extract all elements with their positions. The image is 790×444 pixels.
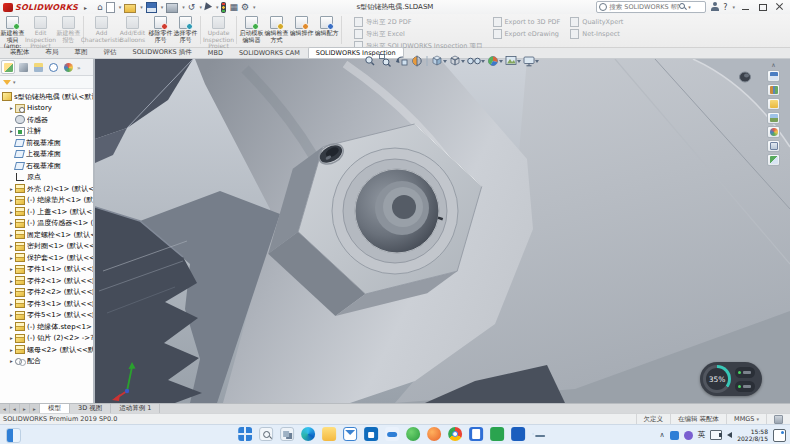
store-icon[interactable]: [364, 427, 378, 441]
export-2d-pdf[interactable]: 导出至 2D PDF: [354, 17, 483, 27]
ribbon-new-inspection-project[interactable]: 新建检查项目 (amp:纸): [0, 15, 25, 50]
units-selector[interactable]: MMGS▾: [726, 414, 766, 424]
task-pane-file-explorer[interactable]: [767, 98, 780, 110]
tab-display-manager[interactable]: [61, 60, 75, 74]
ribbon-edit-inspection-project[interactable]: Edit Inspection Project: [25, 15, 56, 50]
tree-item-front-plane[interactable]: 前视基准面: [2, 137, 93, 149]
undo-dropdown[interactable]: ▾: [199, 4, 202, 10]
tree-item-component[interactable]: ▸零件5<1> (默认<<默认>_显示状: [2, 310, 93, 322]
wps-icon[interactable]: [490, 427, 504, 441]
tree-item-right-plane[interactable]: 右视基准面: [2, 160, 93, 172]
tree-item-component[interactable]: ▸(-) 上盖<1> (默认<<默认>_显示状: [2, 206, 93, 218]
tab-mbd[interactable]: MBD: [200, 47, 231, 58]
close-button[interactable]: [773, 2, 786, 13]
orange-app-icon[interactable]: [427, 427, 441, 441]
print-dropdown[interactable]: ▾: [182, 4, 185, 10]
task-pane-design-library[interactable]: [767, 84, 780, 96]
task-pane-forum[interactable]: [767, 154, 780, 166]
tab-addins[interactable]: SOLIDWORKS 插件: [125, 46, 200, 58]
tree-item-component[interactable]: ▸零件2<1> (默认<<默认>_显示状: [2, 275, 93, 287]
tree-item-component[interactable]: ▸保护套<1> (默认<<默认>_显示状: [2, 252, 93, 264]
net-inspect[interactable]: Net-Inspect: [570, 29, 623, 39]
menu-expand-arrow[interactable]: ▸: [84, 4, 87, 11]
tab-nav-next[interactable]: ▸: [20, 404, 30, 413]
hide-show-items-icon[interactable]: [468, 58, 485, 64]
hidden-icons-chevron[interactable]: ∧: [660, 431, 665, 439]
tab-solidworks-cam[interactable]: SOLIDWORKS CAM: [231, 47, 308, 58]
tab-configuration-manager[interactable]: [31, 60, 45, 74]
mail-icon[interactable]: [343, 427, 357, 441]
view-orientation-icon[interactable]: [433, 56, 447, 65]
task-pane-view-palette[interactable]: [767, 112, 780, 124]
ribbon-add-edit-balloons[interactable]: Add/Edit Balloons: [117, 15, 148, 43]
tree-item-history[interactable]: ▸History: [2, 103, 93, 115]
search-input[interactable]: [609, 3, 679, 12]
tab-nav-prev[interactable]: ◂: [10, 404, 20, 413]
ribbon-edit-recipe[interactable]: 编辑配方: [314, 15, 339, 37]
task-pane-resources[interactable]: [767, 70, 780, 82]
ribbon-edit-operations[interactable]: 编辑操作: [289, 15, 314, 37]
tree-item-sensors[interactable]: 传感器: [2, 114, 93, 126]
taskbar-search-icon[interactable]: [259, 427, 273, 441]
notes-app-icon[interactable]: [469, 427, 483, 441]
login-user-icon[interactable]: [710, 2, 719, 12]
qualityxpert[interactable]: QualityXpert: [570, 17, 623, 27]
zoom-area-icon[interactable]: [380, 55, 391, 67]
export-excel[interactable]: 导出至 Excel: [354, 29, 483, 39]
doc-tab-3d-views[interactable]: 3D 视图: [70, 404, 111, 413]
ribbon-new-inspection-report[interactable]: 新建检查报告: [56, 15, 81, 43]
doc-tab-model[interactable]: 模型: [40, 404, 70, 413]
tree-item-component[interactable]: ▸零件1<1> (默认<<默认>_显示状: [2, 264, 93, 276]
open-icon[interactable]: [124, 4, 136, 13]
tree-item-top-plane[interactable]: 上视基准面: [2, 149, 93, 161]
tree-item-component[interactable]: ▸(-) 绝缘体.step<1> (默认<<默认>: [2, 321, 93, 333]
tab-nav-last[interactable]: ▸: [30, 404, 40, 413]
undo-icon[interactable]: ↺: [188, 2, 196, 12]
tree-item-component[interactable]: ▸密封圈<1> (默认<<默认>_显示状: [2, 241, 93, 253]
ribbon-add-characteristic[interactable]: Add Characteristic: [86, 15, 117, 43]
help-search-box[interactable]: ▾: [596, 1, 706, 13]
volume-icon[interactable]: [727, 432, 732, 438]
tab-nav-first[interactable]: ◂: [0, 404, 10, 413]
maximize-button[interactable]: [756, 2, 769, 13]
tab-dimxpert-manager[interactable]: [46, 60, 60, 74]
search-icon[interactable]: [679, 3, 687, 11]
tree-item-component[interactable]: ▸(-) 绝缘垫片<1> (默认<<默认>_显: [2, 195, 93, 207]
quick-tips-toggle[interactable]: [766, 414, 790, 424]
task-view-icon[interactable]: [280, 427, 294, 441]
help-dropdown[interactable]: ▾: [732, 4, 735, 10]
options-gear-icon[interactable]: ⚙: [241, 2, 249, 12]
tab-layout[interactable]: 布局: [38, 46, 67, 58]
tree-item-component[interactable]: ▸外壳 (2)<1> (默认<<默认>_显示状: [2, 183, 93, 195]
solidworks-taskbar-active[interactable]: [532, 433, 534, 435]
new-dropdown[interactable]: ▾: [119, 4, 122, 10]
notification-center-icon[interactable]: [773, 429, 786, 442]
onedrive-icon[interactable]: [385, 427, 399, 441]
tree-item-component[interactable]: ▸螺母<2> (默认<<默认>_显示状态: [2, 344, 93, 356]
open-dropdown[interactable]: ▾: [140, 4, 143, 10]
ribbon-update-inspection-project[interactable]: Update Inspection Project: [203, 15, 234, 50]
help-button[interactable]: ?: [723, 3, 727, 12]
minimize-button[interactable]: [739, 2, 752, 13]
tray-app-icon-purple[interactable]: [684, 431, 693, 440]
widget-button-top[interactable]: [735, 367, 755, 378]
filter-dropdown[interactable]: ▾: [13, 79, 16, 85]
tree-item-component[interactable]: ▸(-) 温度传感器<1> (默认<<默认>_: [2, 218, 93, 230]
tree-item-mates[interactable]: ▸配合: [2, 356, 93, 368]
tree-item-component[interactable]: ▸零件3<1> (默认<<默认>_显示状: [2, 298, 93, 310]
3d-viewport[interactable]: [95, 59, 790, 403]
green-app-icon[interactable]: [406, 427, 420, 441]
start-button[interactable]: [238, 427, 252, 441]
zoom-fit-icon[interactable]: [366, 57, 374, 65]
file-properties-icon[interactable]: ▦: [229, 2, 238, 12]
widgets-icon[interactable]: [6, 428, 21, 443]
panel-tabs-overflow[interactable]: »: [77, 64, 81, 71]
rebuild-traffic-light-icon[interactable]: [221, 2, 226, 13]
input-language-indicator[interactable]: 英: [698, 430, 706, 440]
apply-scene-icon[interactable]: [506, 57, 521, 65]
tray-app-icon-blue[interactable]: [670, 431, 679, 440]
ribbon-remove-balloons[interactable]: 移除零件序号: [148, 15, 173, 43]
task-pane-custom-properties[interactable]: [767, 140, 780, 152]
edge-icon[interactable]: [301, 427, 315, 441]
tab-sketch[interactable]: 草图: [67, 46, 96, 58]
